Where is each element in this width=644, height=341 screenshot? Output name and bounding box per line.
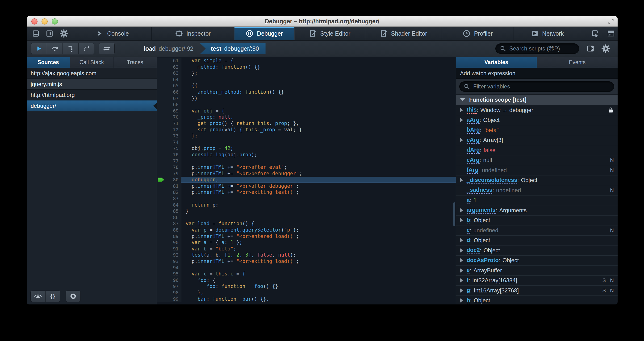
variable-row-e[interactable]: e:ArrayBuffer (456, 266, 618, 276)
expand-arrow-icon[interactable] (460, 208, 463, 212)
breakpoint-gutter[interactable] (157, 214, 165, 221)
code-text[interactable]: another_method: function() {} (182, 89, 456, 95)
tab-style-editor[interactable]: Style Editor (294, 27, 365, 40)
expand-arrow-icon[interactable] (460, 108, 463, 112)
split-console-icon[interactable] (607, 30, 615, 37)
code-text[interactable]: ({ (182, 82, 456, 89)
tab-debugger[interactable]: Debugger (234, 27, 294, 40)
breakpoint-gutter[interactable] (157, 95, 165, 102)
line-number[interactable]: 89 (165, 233, 182, 240)
line-number[interactable]: 84 (165, 202, 182, 208)
line-number[interactable]: 92 (165, 252, 182, 258)
breakpoint-gutter[interactable] (157, 170, 165, 177)
breakpoint-gutter[interactable] (157, 208, 165, 214)
code-text[interactable]: method: function() {} (182, 64, 456, 70)
toolbox-options-gear-icon[interactable] (60, 29, 68, 38)
code-text[interactable]: }; (182, 133, 456, 139)
breakpoint-gutter[interactable] (157, 133, 165, 139)
line-number[interactable]: 61 (165, 58, 182, 64)
code-text[interactable]: } (182, 208, 456, 214)
zoom-button[interactable] (52, 18, 58, 24)
line-number[interactable]: 71 (165, 120, 182, 127)
breakpoint-gutter[interactable] (157, 290, 165, 296)
code-text[interactable]: }; (182, 70, 456, 76)
line-number[interactable]: 80 (165, 177, 182, 183)
line-number[interactable]: 70 (165, 114, 182, 120)
expand-arrow-icon[interactable] (460, 268, 463, 272)
variable-value[interactable]: Object (502, 257, 519, 264)
code-text[interactable]: p.innerHTML += "<br>exiting test()"; (182, 189, 456, 196)
variable-row-b[interactable]: b:Object (456, 216, 618, 226)
line-number[interactable]: 81 (165, 183, 182, 189)
titlebar[interactable]: Debugger – http://htmlpad.org/debugger/ (27, 16, 618, 27)
breakpoint-gutter[interactable] (157, 196, 165, 202)
code-text[interactable]: p.innerHTML += "<br>before debugger"; (182, 170, 456, 177)
source-item-http-htmlpad-org[interactable]: http://htmlpad.org (27, 90, 157, 100)
line-number[interactable]: 87 (165, 220, 182, 227)
variable-value[interactable]: undefined (482, 167, 507, 174)
variable-value[interactable]: ArrayBuffer (474, 267, 502, 274)
expand-arrow-icon[interactable] (460, 288, 463, 293)
tab-console[interactable]: Console (74, 27, 152, 40)
variable-row-doc2[interactable]: doc2:Object (456, 246, 618, 256)
code-text[interactable] (182, 196, 456, 202)
code-text[interactable] (182, 158, 456, 164)
breakpoint-gutter[interactable] (157, 120, 165, 127)
breakpoint-gutter[interactable] (157, 183, 165, 189)
expand-arrow-icon[interactable] (460, 218, 463, 222)
search-scripts-input[interactable] (509, 45, 575, 52)
toggle-panel-icon[interactable] (586, 45, 594, 52)
line-number[interactable]: 82 (165, 189, 182, 196)
variable-value[interactable]: null (483, 157, 492, 164)
dock-bottom-icon[interactable] (32, 30, 40, 37)
code-text[interactable]: p.innerHTML += "<br>entered load()"; (182, 233, 456, 240)
variable-row-f[interactable]: f:Int32Array[16384]SN (456, 276, 618, 286)
line-number[interactable]: 65 (165, 82, 182, 89)
variable-value[interactable]: Object (484, 247, 500, 254)
variable-value[interactable]: Arguments (499, 207, 526, 214)
breakpoint-gutter[interactable] (157, 283, 165, 290)
line-number[interactable]: 86 (165, 214, 182, 221)
variable-row-bArg[interactable]: bArg:"beta" (456, 125, 618, 135)
code-text[interactable]: var obj = { (182, 108, 456, 114)
sidebar-tab-call-stack[interactable]: Call Stack (70, 57, 114, 68)
breakpoint-gutter[interactable] (157, 102, 165, 108)
panel-tab-variables[interactable]: Variables (456, 57, 537, 68)
breakpoint-gutter[interactable] (157, 189, 165, 196)
code-text[interactable]: _prop: null, (182, 114, 456, 120)
breakpoint-gutter[interactable] (157, 227, 165, 233)
breakpoint-gutter[interactable] (157, 82, 165, 89)
line-number[interactable]: 69 (165, 108, 182, 114)
step-out-button[interactable] (78, 43, 94, 54)
variable-row-aArg[interactable]: aArg:Object (456, 115, 618, 126)
variable-value[interactable]: Array[3] (483, 137, 503, 144)
line-number[interactable]: 94 (165, 264, 182, 271)
line-number[interactable]: 64 (165, 76, 182, 83)
sidebar-tab-sources[interactable]: Sources (27, 57, 70, 68)
line-number[interactable]: 99 (165, 296, 182, 302)
breakpoint-gutter[interactable] (157, 164, 165, 170)
variable-row-c[interactable]: c:undefinedN (456, 226, 618, 236)
line-number[interactable]: 62 (165, 64, 182, 70)
breadcrumb-frame-0[interactable]: loaddebugger/:92 (137, 43, 200, 54)
code-text[interactable] (182, 76, 456, 83)
expand-arrow-icon[interactable] (460, 298, 463, 302)
tab-profiler[interactable]: Profiler (442, 27, 514, 40)
breakpoint-gutter[interactable] (157, 108, 165, 114)
code-text[interactable]: test(a, b, [1, 2, 3], false, null); (182, 252, 456, 258)
code-text[interactable]: debugger; (182, 177, 456, 183)
breakpoint-gutter[interactable] (157, 177, 165, 183)
close-button[interactable] (31, 18, 38, 24)
code-text[interactable]: p.innerHTML += "<br>after eval"; (182, 164, 456, 170)
variable-row-fArg[interactable]: fArg:undefinedN (456, 165, 618, 176)
variable-value[interactable]: Object (474, 217, 490, 224)
line-number[interactable]: 97 (165, 283, 182, 290)
breakpoint-gutter[interactable] (157, 264, 165, 271)
breakpoint-gutter[interactable] (157, 271, 165, 277)
line-number[interactable]: 74 (165, 139, 182, 146)
breakpoint-gutter[interactable] (157, 277, 165, 284)
breakpoint-gutter[interactable] (157, 145, 165, 152)
expand-arrow-icon[interactable] (460, 238, 463, 242)
line-number[interactable]: 79 (165, 170, 182, 177)
element-picker-icon[interactable] (591, 30, 599, 38)
